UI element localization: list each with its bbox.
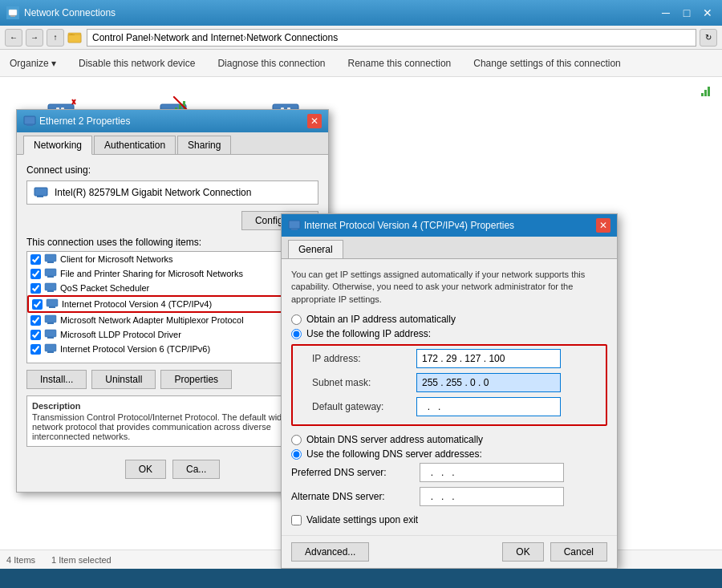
properties-button[interactable]: Properties xyxy=(160,370,232,389)
up-button[interactable]: ↑ xyxy=(47,29,64,47)
ipv4-cancel-button[interactable]: Cancel xyxy=(550,542,607,562)
manual-ip-radio[interactable] xyxy=(291,329,302,339)
svg-rect-34 xyxy=(45,269,56,276)
svg-rect-32 xyxy=(45,254,56,262)
gateway-input[interactable] xyxy=(416,397,561,416)
minimize-button[interactable]: ─ xyxy=(658,5,674,21)
adapter-name: Intel(R) 82579LM Gigabit Network Connect… xyxy=(55,187,251,198)
tab-authentication[interactable]: Authentication xyxy=(94,136,176,154)
list-item-qos[interactable]: QoS Packet Scheduler xyxy=(27,281,318,295)
description-text: Transmission Control Protocol/Internet P… xyxy=(32,412,306,441)
advanced-button[interactable]: Advanced... xyxy=(291,542,369,562)
ipv4-description: You can get IP settings assigned automat… xyxy=(291,269,607,306)
svg-rect-37 xyxy=(47,290,54,292)
ipv4-dialog-titlebar: Internet Protocol Version 4 (TCP/IPv4) P… xyxy=(282,214,617,237)
selected-count: 1 Item selected xyxy=(51,555,112,565)
ipv4-ok-button[interactable]: OK xyxy=(502,542,543,562)
change-settings-button[interactable]: Change settings of this connection xyxy=(470,56,623,71)
manual-ip-label: Use the following IP address: xyxy=(306,328,431,339)
svg-rect-47 xyxy=(291,229,298,230)
maximize-button[interactable]: □ xyxy=(679,5,695,21)
rename-button[interactable]: Rename this connection xyxy=(345,56,455,71)
ip-form: IP address: Subnet mask: Default gateway… xyxy=(296,349,602,416)
back-button[interactable]: ← xyxy=(5,29,22,47)
items-list[interactable]: Client for Microsoft Networks File and P… xyxy=(26,251,318,363)
auto-dns-label: Obtain DNS server address automatically xyxy=(306,434,483,445)
tab-networking[interactable]: Networking xyxy=(23,136,92,155)
ethernet-cancel-button[interactable]: Ca... xyxy=(172,460,220,479)
ipv4-dialog-title: Internet Protocol Version 4 (TCP/IPv4) P… xyxy=(304,220,596,231)
svg-rect-39 xyxy=(49,306,55,308)
list-item-ipv4[interactable]: Internet Protocol Version 4 (TCP/IPv4) xyxy=(27,295,318,313)
manual-dns-radio[interactable] xyxy=(291,449,302,460)
svg-rect-31 xyxy=(37,196,43,197)
ethernet-action-buttons: Install... Uninstall Properties xyxy=(26,370,318,389)
checkbox-ipv6[interactable] xyxy=(30,344,41,355)
ipv4-tab-general[interactable]: General xyxy=(288,240,343,258)
svg-rect-27 xyxy=(708,87,710,96)
ipv4-tabs: General xyxy=(282,237,617,259)
preferred-dns-label: Preferred DNS server: xyxy=(291,467,420,478)
list-item-fileprinter[interactable]: File and Printer Sharing for Microsoft N… xyxy=(27,266,318,281)
description-box: Description Transmission Control Protoco… xyxy=(26,395,318,447)
auto-dns-row: Obtain DNS server address automatically xyxy=(291,434,607,445)
subnet-row: Subnet mask: xyxy=(312,373,602,392)
multiplexor-icon xyxy=(44,314,57,326)
checkbox-qos[interactable] xyxy=(30,283,41,294)
list-item-lldp[interactable]: Microsoft LLDP Protocol Driver xyxy=(27,327,318,342)
refresh-button[interactable]: ↻ xyxy=(700,29,717,47)
uninstall-button[interactable]: Uninstall xyxy=(91,370,156,389)
svg-rect-46 xyxy=(289,221,300,229)
close-button[interactable]: ✕ xyxy=(700,5,716,21)
subnet-input[interactable] xyxy=(416,373,561,392)
breadcrumb-control-panel[interactable]: Control Panel xyxy=(92,32,151,43)
address-path[interactable]: Control Panel › Network and Internet › N… xyxy=(87,29,696,47)
svg-rect-26 xyxy=(704,90,707,96)
forward-button[interactable]: → xyxy=(26,29,43,47)
checkbox-ipv4[interactable] xyxy=(32,299,43,310)
breadcrumb-network[interactable]: Network and Internet xyxy=(154,32,243,43)
list-item-multiplexor[interactable]: Microsoft Network Adapter Multiplexor Pr… xyxy=(27,313,318,327)
preferred-dns-row: Preferred DNS server: xyxy=(291,463,607,482)
svg-rect-38 xyxy=(47,299,58,306)
subnet-label: Subnet mask: xyxy=(312,377,416,388)
checkbox-multiplexor[interactable] xyxy=(30,315,41,326)
diagnose-button[interactable]: Diagnose this connection xyxy=(214,56,328,71)
disable-network-button[interactable]: Disable this network device xyxy=(75,56,198,71)
ethernet-dialog-close[interactable]: ✕ xyxy=(307,114,322,128)
wifi-bars-connected-icon xyxy=(701,85,714,98)
checkbox-fileprinter[interactable] xyxy=(30,269,41,279)
auto-ip-row: Obtain an IP address automatically xyxy=(291,314,607,325)
qos-icon xyxy=(44,282,57,294)
list-item-ipv6[interactable]: Internet Protocol Version 6 (TCP/IPv6) xyxy=(27,342,318,356)
install-button[interactable]: Install... xyxy=(26,370,87,389)
items-label: This connection uses the following items… xyxy=(26,237,318,248)
validate-row: Validate settings upon exit xyxy=(291,514,607,525)
ipv4-properties-dialog: Internet Protocol Version 4 (TCP/IPv4) P… xyxy=(281,213,618,569)
validate-checkbox[interactable] xyxy=(291,515,302,525)
ethernet-dialog-tabs: Networking Authentication Sharing xyxy=(17,132,328,155)
auto-ip-radio[interactable] xyxy=(291,314,302,325)
svg-rect-33 xyxy=(47,262,54,263)
checkbox-client[interactable] xyxy=(30,254,41,265)
manual-dns-label: Use the following DNS server addresses: xyxy=(306,448,482,460)
auto-dns-radio[interactable] xyxy=(291,435,302,445)
auto-ip-label: Obtain an IP address automatically xyxy=(306,314,456,325)
dns-section: Obtain DNS server address automatically … xyxy=(291,434,607,506)
breadcrumb-connections[interactable]: Network Connections xyxy=(246,32,338,43)
svg-rect-2 xyxy=(10,15,15,17)
ipv4-label: Internet Protocol Version 4 (TCP/IPv4) xyxy=(62,299,212,309)
ethernet-ok-button[interactable]: OK xyxy=(125,460,166,479)
checkbox-lldp[interactable] xyxy=(30,330,41,340)
manual-dns-row: Use the following DNS server addresses: xyxy=(291,448,607,460)
svg-rect-36 xyxy=(45,283,56,290)
organize-button[interactable]: Organize ▾ xyxy=(6,56,59,71)
svg-rect-44 xyxy=(45,344,56,351)
alternate-dns-input[interactable] xyxy=(420,487,564,506)
preferred-dns-input[interactable] xyxy=(420,463,564,482)
list-item-client[interactable]: Client for Microsoft Networks xyxy=(27,252,318,266)
ipv4-dialog-close[interactable]: ✕ xyxy=(596,218,610,233)
ip-address-input[interactable] xyxy=(416,349,561,368)
fileprinter-icon xyxy=(44,268,57,279)
tab-sharing[interactable]: Sharing xyxy=(177,136,231,154)
